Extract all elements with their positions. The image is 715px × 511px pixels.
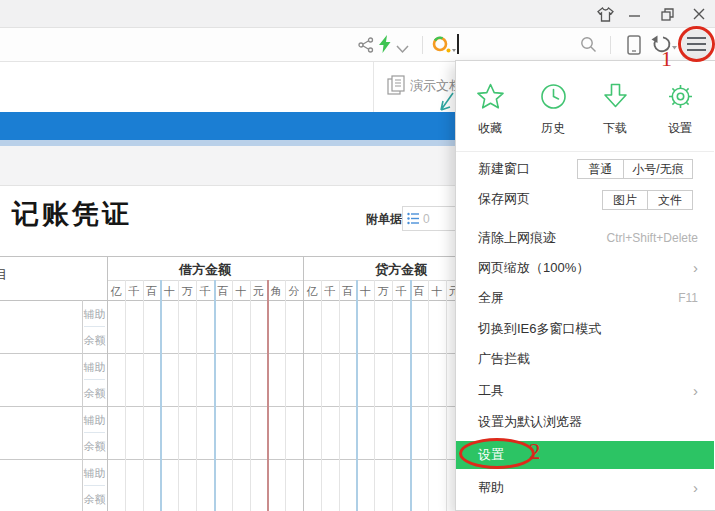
restore-icon[interactable]	[658, 6, 676, 22]
table-column-line	[214, 280, 216, 511]
menu-separator	[456, 151, 714, 152]
table-column-line	[321, 280, 322, 511]
step2-number: 2	[529, 439, 541, 465]
unit-column-label: 万	[178, 284, 196, 298]
shortcut-label: F11	[678, 283, 698, 313]
unit-column-label: 角	[267, 284, 285, 298]
new-window-mode-buttons: 普通 小号/无痕	[577, 159, 693, 179]
incognito-window-button[interactable]: 小号/无痕	[624, 160, 692, 178]
save-page-buttons: 图片 文件	[602, 190, 693, 210]
menu-settings-quick-label: 设置	[652, 120, 708, 137]
row-sub-divider	[84, 432, 105, 433]
star-icon	[477, 83, 504, 110]
unit-column-label: 百	[143, 284, 161, 298]
menu-item-ie6-mode[interactable]: 切换到IE6多窗口模式	[456, 314, 714, 344]
unit-column-label: 十	[428, 284, 446, 298]
search-icon[interactable]	[580, 36, 597, 57]
submenu-chevron-icon: ›	[693, 376, 698, 406]
table-border	[0, 256, 499, 257]
unit-column-label: 千	[392, 284, 410, 298]
save-file-button[interactable]: 文件	[648, 191, 692, 209]
unit-column-label: 百	[339, 284, 357, 298]
menu-item-tools[interactable]: 工具 ›	[456, 376, 714, 406]
table-column-line	[374, 280, 375, 511]
minimize-icon[interactable]	[626, 6, 644, 22]
menu-favorites-label: 收藏	[462, 120, 518, 137]
unit-column-label: 万	[374, 284, 392, 298]
unit-column-label: 十	[232, 284, 250, 298]
row-sub-divider	[84, 485, 105, 486]
unit-column-label: 分	[285, 284, 303, 298]
row-aux-label: 辅助	[82, 307, 107, 321]
menu-downloads[interactable]: 下载	[587, 83, 643, 137]
toolbar-separator	[422, 36, 423, 54]
submenu-chevron-icon: ›	[693, 473, 698, 503]
unit-column-label: 十	[356, 284, 374, 298]
table-column-line	[267, 280, 269, 511]
step1-circle-annotation	[678, 26, 715, 62]
chevron-down-icon[interactable]	[396, 40, 409, 58]
step1-number: 1	[661, 46, 672, 72]
table-column-line	[428, 280, 429, 511]
row-balance-label: 余额	[82, 386, 107, 400]
menu-favorites[interactable]: 收藏	[462, 83, 518, 137]
unit-column-label: 千	[196, 284, 214, 298]
row-sub-divider	[84, 379, 105, 380]
table-column-line	[285, 280, 286, 511]
unit-column-label: 十	[160, 284, 178, 298]
row-sub-divider	[84, 326, 105, 327]
table-column-line	[356, 280, 358, 511]
unit-column-label: 百	[410, 284, 428, 298]
unit-column-label: 千	[125, 284, 143, 298]
row-aux-label: 辅助	[82, 466, 107, 480]
submenu-chevron-icon: ›	[693, 253, 698, 283]
menu-settings-quick[interactable]: 设置	[652, 83, 708, 137]
toolbar-separator	[610, 36, 611, 54]
debit-header: 借方金额	[107, 261, 303, 277]
table-column-line	[232, 280, 233, 511]
share-icon[interactable]	[358, 37, 374, 57]
row-balance-label: 余额	[82, 492, 107, 506]
menu-history[interactable]: 历史	[525, 83, 581, 137]
phone-icon[interactable]	[627, 35, 641, 59]
table-column-line	[392, 280, 393, 511]
row-balance-label: 余额	[82, 439, 107, 453]
table-column-line	[160, 280, 162, 511]
table-column-line	[250, 280, 251, 511]
shortcut-label: Ctrl+Shift+Delete	[607, 223, 698, 253]
table-column-line	[196, 280, 197, 511]
clock-icon	[540, 83, 567, 110]
shirt-icon[interactable]	[596, 6, 614, 22]
menu-item-default-browser[interactable]: 设置为默认浏览器	[456, 407, 714, 437]
save-image-button[interactable]: 图片	[603, 191, 647, 209]
gear-icon	[667, 83, 694, 110]
menu-downloads-label: 下载	[587, 120, 643, 137]
table-column-line	[410, 280, 412, 511]
menu-item-ad-block[interactable]: 广告拦截	[456, 344, 714, 374]
text-cursor	[457, 34, 459, 54]
unit-column-label: 亿	[107, 284, 125, 298]
browser-window: 演示文档 记账凭证 附单据 0 借方金额贷方金额亿千百十万千百十元角分亿千百十万…	[0, 0, 715, 511]
unit-column-label: 亿	[303, 284, 321, 298]
unit-column-label: 千	[321, 284, 339, 298]
menu-item-help[interactable]: 帮助 ›	[456, 473, 714, 503]
o-logo-icon[interactable]	[432, 36, 456, 60]
close-icon[interactable]	[690, 6, 708, 22]
step2-circle-annotation	[459, 438, 535, 469]
table-column-line	[339, 280, 340, 511]
menu-item-fullscreen[interactable]: 全屏 F11	[456, 283, 714, 313]
browser-toolbar	[0, 28, 715, 62]
menu-item-clear-traces[interactable]: 清除上网痕迹 Ctrl+Shift+Delete	[456, 223, 714, 253]
menu-item-page-zoom[interactable]: 网页缩放（100%） ›	[456, 253, 714, 283]
table-column-line	[125, 280, 126, 511]
unit-column-label: 百	[214, 284, 232, 298]
row-aux-label: 辅助	[82, 360, 107, 374]
corner-char: 目	[0, 266, 9, 282]
download-icon	[602, 83, 629, 110]
table-column-line	[178, 280, 179, 511]
unit-column-label: 元	[250, 284, 268, 298]
normal-window-button[interactable]: 普通	[578, 160, 623, 178]
title-bar	[0, 0, 715, 28]
lightning-icon[interactable]	[378, 35, 392, 58]
table-column-line	[446, 280, 447, 511]
